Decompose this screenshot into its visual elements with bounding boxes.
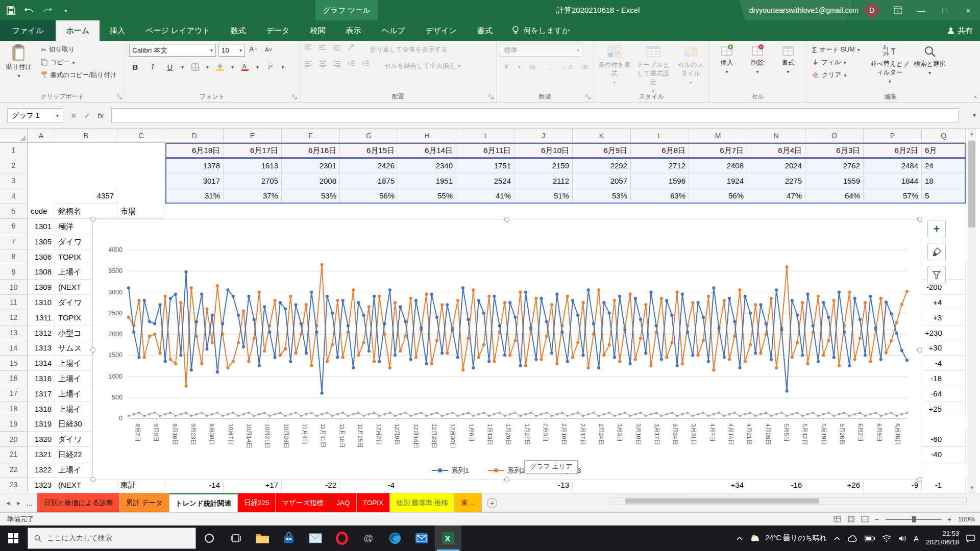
zoom-slider[interactable] [886,519,942,520]
phonetic-guide-icon[interactable]: ア [264,61,276,72]
align-middle-icon[interactable] [318,44,327,51]
chart-handle-top-center[interactable] [504,217,509,222]
wifi-icon[interactable] [882,535,891,542]
sheet-tab-7[interactable]: 個別 騰落率 推移 [390,493,455,512]
row-header-12[interactable]: 12 [0,310,28,325]
tab-review[interactable]: 校閲 [300,20,335,41]
font-color-icon[interactable]: A [239,61,251,72]
cell-F1[interactable]: 6月16日 [282,143,340,158]
borders-icon[interactable] [189,61,201,72]
sheet-tab-3[interactable]: 日経225 [238,493,276,512]
formula-bar-expand-chevron-icon[interactable]: ▾ [973,112,976,119]
row-header-14[interactable]: 14 [0,340,28,356]
chart-handle-mid-left[interactable] [90,347,95,353]
taskbar-excel-icon[interactable]: X [435,525,461,551]
chart-handle-mid-right[interactable] [917,347,922,353]
cell-Q2[interactable]: 24 [922,158,966,173]
cell-Q1[interactable]: 6月 [922,143,966,158]
cell-A8[interactable]: 1306 [28,249,55,265]
sheet-tab-2[interactable]: トレンド統計関連 [169,493,238,512]
zoom-in-icon[interactable]: + [948,515,952,523]
cell-B5[interactable]: 銘柄名 [55,204,117,219]
cell-A22[interactable]: 1322 [28,462,55,478]
scroll-up-arrow-icon[interactable]: ▲ [967,129,976,139]
ime-indicator[interactable]: A [914,534,919,543]
cell-A19[interactable]: 1319 [28,416,55,432]
cut-button[interactable]: ✂切り取り [39,44,118,55]
cell-M3[interactable]: 1924 [689,173,747,189]
tab-page-layout[interactable]: ページ レイアウト [135,20,220,41]
cell-A14[interactable]: 1313 [28,340,55,356]
row-header-4[interactable]: 4 [0,188,28,204]
decrease-font-icon[interactable]: A˅ [262,44,275,55]
column-header-M[interactable]: M [689,129,747,143]
cell-L2[interactable]: 2712 [631,158,689,173]
cell-E2[interactable]: 1613 [224,158,282,173]
sort-filter-button[interactable]: AZ 並べ替えとフィルター▾ [868,44,911,84]
cell-Q18[interactable]: +25 [922,402,966,417]
column-header-H[interactable]: H [398,129,456,143]
format-painter-button[interactable]: 書式のコピー/貼り付け [39,69,118,81]
cell-styles-button[interactable]: セルのスタイル▾ [675,44,706,94]
cell-K3[interactable]: 2057 [573,173,631,189]
row-header-21[interactable]: 21 [0,447,28,462]
vertical-scroll-thumb[interactable] [968,141,975,228]
cell-A15[interactable]: 1314 [28,356,55,371]
cell-Q16[interactable]: -18 [922,371,966,386]
column-header-D[interactable]: D [165,129,224,143]
cell-I2[interactable]: 1751 [456,158,514,173]
add-sheet-button[interactable]: + [487,498,497,508]
cell-A21[interactable]: 1321 [28,447,55,462]
cell-A18[interactable]: 1318 [28,402,55,417]
formula-input[interactable] [111,108,959,123]
tab-chart-design[interactable]: デザイン [415,20,467,41]
taskbar-edge-icon[interactable] [382,525,408,551]
column-header-J[interactable]: J [514,129,573,143]
row-header-20[interactable]: 20 [0,432,28,447]
sheet-tab-4[interactable]: マザーズ指標 [276,493,330,512]
cell-P2[interactable]: 2484 [864,158,922,173]
sheet-tab-1[interactable]: 累計 データ [120,493,169,512]
cell-B4[interactable]: 4357 [55,188,117,204]
row-header-1[interactable]: 1 [0,143,28,158]
tray-chevron-icon[interactable] [834,536,840,540]
copy-button[interactable]: コピー▾ [39,57,118,68]
cell-K4[interactable]: 53% [573,188,631,204]
cell-K1[interactable]: 6月9日 [573,143,631,158]
undo-icon[interactable] [23,5,35,16]
close-button[interactable]: × [957,0,980,20]
sheet-tab-8[interactable]: 東 ... [455,493,482,512]
chart-area[interactable]: 050010001500200025003000350040009月2日9月9日… [92,219,920,480]
speaker-icon[interactable] [898,535,906,542]
tab-help[interactable]: ヘルプ [371,20,415,41]
increase-decimal-icon[interactable]: ←.0 [561,61,573,72]
cell-M1[interactable]: 6月7日 [689,143,747,158]
wrap-text-button[interactable]: 折り返して全体を表示する [369,44,449,55]
cortana-icon[interactable] [196,525,223,551]
alignment-dialog-launcher-icon[interactable] [488,94,494,100]
align-top-icon[interactable] [304,44,312,51]
number-format-combo[interactable]: 標準▾ [501,44,582,57]
taskbar-search-box[interactable]: ここに入力して検索 [28,528,196,549]
chart-elements-button[interactable]: + [927,220,946,238]
orientation-icon[interactable] [347,44,355,51]
tab-formulas[interactable]: 数式 [220,20,256,41]
cell-N1[interactable]: 6月4日 [747,143,805,158]
increase-font-icon[interactable]: A＾ [248,44,260,55]
cell-Q11[interactable]: +4 [922,295,966,310]
column-header-N[interactable]: N [747,129,805,143]
find-select-button[interactable]: 検索と選択▾ [913,45,947,76]
fill-color-icon[interactable] [214,61,226,72]
cell-H1[interactable]: 6月14日 [398,143,456,158]
sheet-nav-right-icon[interactable]: ► [16,500,21,506]
cell-H2[interactable]: 2340 [398,158,456,173]
sheet-tab-overflow[interactable]: ... [27,499,33,507]
format-as-table-button[interactable]: テーブルとして書式設定▾ [634,44,672,94]
column-header-O[interactable]: O [805,129,864,143]
row-header-7[interactable]: 7 [0,234,28,249]
cell-P1[interactable]: 6月2日 [864,143,922,158]
cell-E1[interactable]: 6月17日 [224,143,282,158]
cell-A10[interactable]: 1309 [28,280,55,295]
decrease-decimal-icon[interactable]: .00 [579,61,590,72]
cell-L4[interactable]: 63% [631,188,689,204]
